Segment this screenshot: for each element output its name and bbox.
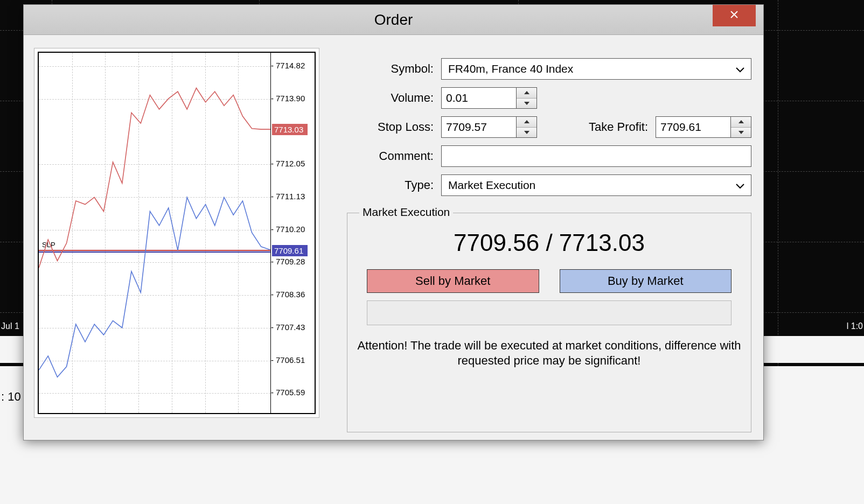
volume-step-up[interactable] [517, 88, 536, 99]
type-value: Market Execution [448, 179, 535, 192]
price-quote: 7709.56 / 7713.03 [347, 229, 751, 256]
bg-bottom-label: : 10 [1, 390, 21, 404]
stoploss-spinner[interactable] [441, 116, 537, 138]
type-select[interactable]: Market Execution [441, 174, 751, 196]
volume-step-down[interactable] [517, 99, 536, 109]
tick-chart-panel: SLP 7714.827713.907712.057711.137710.207… [34, 48, 319, 418]
takeprofit-step-up[interactable] [731, 117, 751, 128]
execution-legend: Market Execution [359, 206, 453, 219]
buy-button[interactable]: Buy by Market [560, 269, 732, 293]
takeprofit-spinner[interactable] [656, 116, 751, 138]
symbol-label: Symbol: [328, 62, 441, 76]
chevron-down-icon [736, 62, 744, 75]
comment-label: Comment: [328, 149, 441, 163]
bg-time-label: l 1:0 [847, 321, 863, 331]
sell-button[interactable]: Sell by Market [367, 269, 539, 293]
execution-status [367, 300, 731, 325]
stoploss-step-up[interactable] [517, 117, 536, 128]
stoploss-step-down[interactable] [517, 128, 536, 138]
chart-y-axis: 7714.827713.907712.057711.137710.207709.… [270, 53, 315, 413]
symbol-select[interactable]: FR40m, France 40 Index [441, 58, 751, 80]
stoploss-label: Stop Loss: [328, 120, 441, 134]
ask-price: 7713.03 [559, 229, 645, 256]
execution-warning: Attention! The trade will be executed at… [357, 338, 741, 368]
comment-input[interactable] [441, 145, 751, 167]
symbol-value: FR40m, France 40 Index [448, 62, 573, 75]
volume-input[interactable] [441, 87, 517, 109]
dialog-title: Order [374, 11, 413, 29]
close-icon [730, 10, 738, 22]
tick-chart: SLP 7714.827713.907712.057711.137710.207… [38, 52, 316, 414]
bid-price: 7709.56 [454, 229, 539, 256]
takeprofit-input[interactable] [656, 116, 731, 138]
stoploss-input[interactable] [441, 116, 517, 138]
takeprofit-label: Take Profit: [589, 120, 656, 134]
chevron-down-icon [736, 179, 744, 192]
close-button[interactable] [713, 5, 756, 26]
order-dialog: Order SLP 7714.827713.907712.057711.1377… [23, 4, 764, 440]
order-form: Symbol: FR40m, France 40 Index Volume: [328, 48, 755, 432]
volume-spinner[interactable] [441, 87, 537, 109]
market-execution-group: Market Execution 7709.56 / 7713.03 Sell … [347, 213, 751, 432]
volume-label: Volume: [328, 91, 441, 105]
titlebar[interactable]: Order [24, 5, 763, 35]
type-label: Type: [328, 178, 441, 192]
takeprofit-step-down[interactable] [731, 128, 751, 138]
bg-date-label: Jul 1 [1, 321, 19, 331]
